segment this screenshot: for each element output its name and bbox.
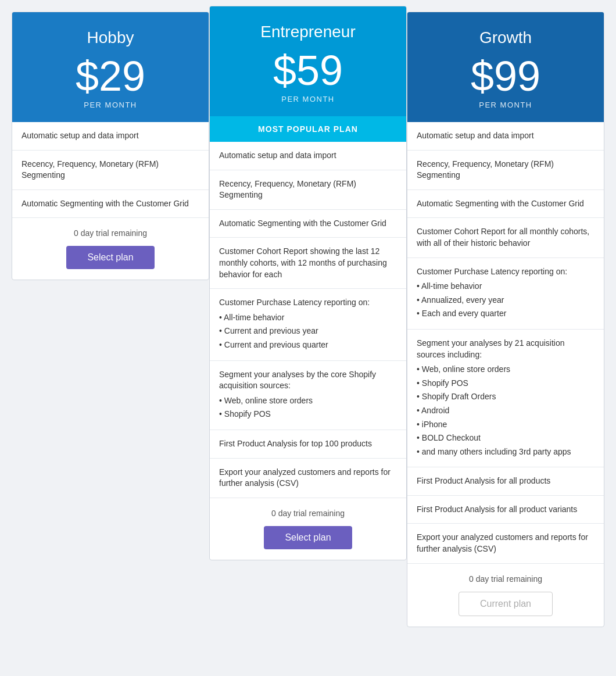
list-item: Automatic setup and data import xyxy=(407,122,604,151)
sub-list: All-time behaviorAnnualized, every yearE… xyxy=(417,280,594,321)
list-item: Automatic Segmenting with the Customer G… xyxy=(12,190,209,218)
list-item: First Product Analysis for top 100 produ… xyxy=(210,430,406,459)
plan-price-hobby: $29 xyxy=(24,55,197,97)
list-item: Recency, Frequency, Monetary (RFM) Segme… xyxy=(210,170,406,210)
plan-period-hobby: PER MONTH xyxy=(24,101,197,109)
plan-name-hobby: Hobby xyxy=(24,28,197,47)
list-item: Automatic setup and data import xyxy=(210,142,406,170)
pricing-container: Hobby$29PER MONTHAutomatic setup and dat… xyxy=(12,12,604,627)
list-item: Customer Cohort Report for all monthly c… xyxy=(407,218,604,257)
plan-footer-entrepreneur: 0 day trial remainingSelect plan xyxy=(210,498,406,560)
sub-list-item: BOLD Checkout xyxy=(417,431,594,445)
plan-price-growth: $99 xyxy=(419,55,592,97)
popular-banner: MOST POPULAR PLAN xyxy=(210,116,406,142)
sub-list-item: Each and every quarter xyxy=(417,307,594,321)
trial-text-hobby: 0 day trial remaining xyxy=(22,228,199,238)
sub-list-item: Web, online store orders xyxy=(219,394,397,408)
select-plan-button-hobby[interactable]: Select plan xyxy=(66,246,154,269)
features-list-growth: Automatic setup and data importRecency, … xyxy=(407,122,604,563)
plan-header-growth: Growth$99PER MONTH xyxy=(407,12,604,122)
sub-list: Web, online store ordersShopify POSShopi… xyxy=(417,363,594,459)
trial-text-entrepreneur: 0 day trial remaining xyxy=(219,509,397,518)
list-item: Customer Purchase Latency reporting on:A… xyxy=(407,258,604,330)
list-item: Customer Cohort Report showing the last … xyxy=(210,238,406,289)
list-item: Automatic Segmenting with the Customer G… xyxy=(210,210,406,238)
sub-list-item: Android xyxy=(417,404,594,418)
list-item: Customer Purchase Latency reporting on:A… xyxy=(210,289,406,360)
list-item: Recency, Frequency, Monetary (RFM) Segme… xyxy=(12,151,209,190)
plan-header-hobby: Hobby$29PER MONTH xyxy=(12,12,209,122)
list-item: Segment your analyses by 21 acquisition … xyxy=(407,330,604,467)
list-item: Export your analyzed customers and repor… xyxy=(210,459,406,498)
plan-name-entrepreneur: Entrepreneur xyxy=(221,23,395,41)
plan-header-entrepreneur: Entrepreneur$59PER MONTH xyxy=(210,6,406,116)
list-item: First Product Analysis for all products xyxy=(407,467,604,496)
list-item: Automatic setup and data import xyxy=(12,122,209,151)
sub-list-item: and many others including 3rd party apps xyxy=(417,445,594,459)
sub-list-item: All-time behavior xyxy=(219,311,397,325)
sub-list-item: Annualized, every year xyxy=(417,294,594,307)
features-list-entrepreneur: Automatic setup and data importRecency, … xyxy=(210,142,406,498)
plan-card-hobby: Hobby$29PER MONTHAutomatic setup and dat… xyxy=(12,12,209,280)
features-list-hobby: Automatic setup and data importRecency, … xyxy=(12,122,209,217)
plan-card-growth: Growth$99PER MONTHAutomatic setup and da… xyxy=(407,12,604,627)
list-item: Export your analyzed customers and repor… xyxy=(407,524,604,563)
list-item: Automatic Segmenting with the Customer G… xyxy=(407,190,604,219)
list-item: Recency, Frequency, Monetary (RFM) Segme… xyxy=(407,151,604,190)
plan-footer-growth: 0 day trial remainingCurrent plan xyxy=(407,563,604,627)
sub-list: Web, online store ordersShopify POS xyxy=(219,394,397,421)
select-plan-button-entrepreneur[interactable]: Select plan xyxy=(264,526,352,549)
current-plan-button: Current plan xyxy=(459,592,553,616)
plan-period-entrepreneur: PER MONTH xyxy=(221,95,395,103)
sub-list-item: Current and previous quarter xyxy=(219,338,397,352)
plan-period-growth: PER MONTH xyxy=(419,101,592,109)
sub-list: All-time behaviorCurrent and previous ye… xyxy=(219,311,397,352)
plan-price-entrepreneur: $59 xyxy=(221,49,395,91)
sub-list-item: Current and previous year xyxy=(219,324,397,338)
sub-list-item: Shopify POS xyxy=(219,407,397,421)
sub-list-item: Web, online store orders xyxy=(417,363,594,377)
sub-list-item: Shopify POS xyxy=(417,377,594,391)
list-item: Segment your analyses by the core Shopif… xyxy=(210,361,406,430)
plan-footer-hobby: 0 day trial remainingSelect plan xyxy=(12,217,209,280)
sub-list-item: Shopify Draft Orders xyxy=(417,390,594,404)
plan-card-entrepreneur: Entrepreneur$59PER MONTHMOST POPULAR PLA… xyxy=(209,6,407,560)
list-item: First Product Analysis for all product v… xyxy=(407,496,604,524)
plan-name-growth: Growth xyxy=(419,28,592,47)
sub-list-item: iPhone xyxy=(417,418,594,432)
sub-list-item: All-time behavior xyxy=(417,280,594,294)
trial-text-growth: 0 day trial remaining xyxy=(417,574,594,584)
